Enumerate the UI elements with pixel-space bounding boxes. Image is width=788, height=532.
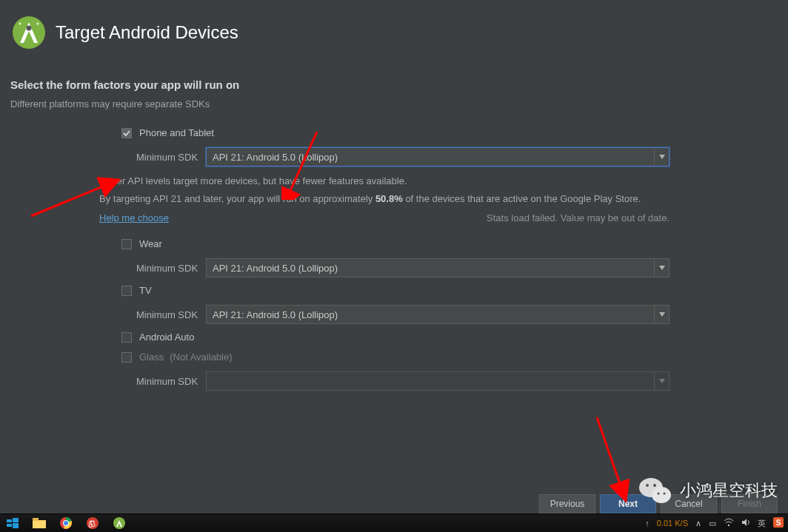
label-min-sdk: Minimum SDK (136, 376, 206, 387)
svg-rect-15 (7, 524, 12, 527)
tray-wifi-icon[interactable] (724, 518, 734, 528)
svg-text:S: S (776, 519, 781, 527)
chevron-down-icon (654, 148, 669, 166)
stats-load-failed: Stats load failed. Value may be out of d… (487, 212, 670, 223)
svg-point-24 (728, 525, 729, 526)
checkbox-phone-tablet[interactable] (121, 128, 132, 138)
svg-point-22 (87, 517, 98, 529)
svg-rect-14 (13, 518, 19, 522)
android-studio-logo-icon (11, 15, 47, 50)
checkbox-glass[interactable] (121, 352, 132, 363)
info-line-2: By targeting API 21 and later, your app … (99, 192, 670, 206)
tray-ime[interactable]: 英 (758, 518, 766, 529)
svg-point-0 (13, 16, 45, 49)
tray-chevron-up-icon[interactable]: ∧ (695, 519, 701, 528)
section-subheading: Different platforms may require separate… (0, 95, 788, 127)
label-min-sdk: Minimum SDK (136, 263, 206, 274)
label-min-sdk: Minimum SDK (136, 309, 206, 320)
label-min-sdk: Minimum SDK (136, 152, 206, 163)
svg-point-12 (663, 492, 665, 494)
svg-rect-16 (13, 523, 19, 528)
page-title: Target Android Devices (56, 22, 238, 43)
label-phone-tablet: Phone and Tablet (139, 127, 214, 138)
label-wear: Wear (139, 238, 162, 249)
network-speed: 0.01 K/S (657, 519, 688, 528)
previous-button[interactable]: Previous (539, 494, 595, 514)
tray-volume-icon[interactable] (741, 518, 750, 528)
annotation-arrow-icon (590, 413, 634, 503)
svg-line-6 (597, 417, 625, 499)
taskbar-chrome-icon[interactable] (58, 516, 74, 530)
combo-text: API 21: Android 5.0 (Lollipop) (207, 309, 654, 320)
chevron-down-icon (654, 259, 669, 277)
svg-point-1 (27, 26, 32, 31)
svg-rect-17 (33, 520, 46, 528)
svg-point-11 (657, 492, 659, 494)
device-percentage: 50.8% (375, 193, 403, 204)
svg-point-21 (64, 521, 68, 525)
combo-min-sdk-wear[interactable]: API 21: Android 5.0 (Lollipop) (206, 258, 670, 277)
label-glass: Glass (139, 351, 164, 363)
tray-sogou-icon[interactable]: S (773, 517, 784, 529)
checkbox-android-auto[interactable] (121, 332, 132, 343)
label-tv: TV (139, 285, 152, 296)
tray-display-icon[interactable]: ▭ (709, 519, 716, 528)
combo-text: API 21: Android 5.0 (Lollipop) (207, 152, 654, 163)
link-help-me-choose[interactable]: Help me choose (99, 212, 169, 223)
svg-rect-18 (33, 518, 39, 521)
svg-point-10 (653, 484, 656, 487)
watermark-text: 小鸿星空科技 (680, 479, 778, 502)
label-android-auto: Android Auto (139, 331, 194, 343)
taskbar-start-icon[interactable] (4, 516, 21, 530)
watermark: 小鸿星空科技 (638, 476, 778, 505)
chevron-down-icon (654, 306, 669, 323)
taskbar-android-studio-icon[interactable] (111, 516, 127, 530)
combo-min-sdk-glass (206, 371, 670, 391)
combo-text: API 21: Android 5.0 (Lollipop) (207, 263, 654, 274)
checkbox-tv[interactable] (121, 286, 132, 296)
checkbox-wear[interactable] (121, 239, 132, 249)
taskbar-explorer-icon[interactable] (31, 516, 47, 530)
chevron-down-icon (654, 372, 669, 390)
upload-arrow-icon: ↑ (645, 519, 650, 528)
svg-point-9 (646, 484, 649, 487)
taskbar-music-icon[interactable] (84, 516, 101, 530)
svg-point-3 (36, 22, 39, 25)
taskbar: ↑ 0.01 K/S ∧ ▭ 英 S (0, 514, 788, 532)
svg-point-2 (19, 22, 21, 25)
combo-min-sdk-phone-tablet[interactable]: API 21: Android 5.0 (Lollipop) (206, 147, 670, 166)
info-line-1: Lower API levels target more devices, bu… (99, 174, 670, 189)
combo-min-sdk-tv[interactable]: API 21: Android 5.0 (Lollipop) (206, 305, 670, 324)
svg-rect-13 (7, 519, 12, 522)
section-heading: Select the form factors your app will ru… (0, 73, 788, 95)
label-not-available: (Not Available) (170, 351, 232, 363)
wechat-logo-icon (638, 476, 672, 505)
svg-point-8 (652, 487, 671, 503)
